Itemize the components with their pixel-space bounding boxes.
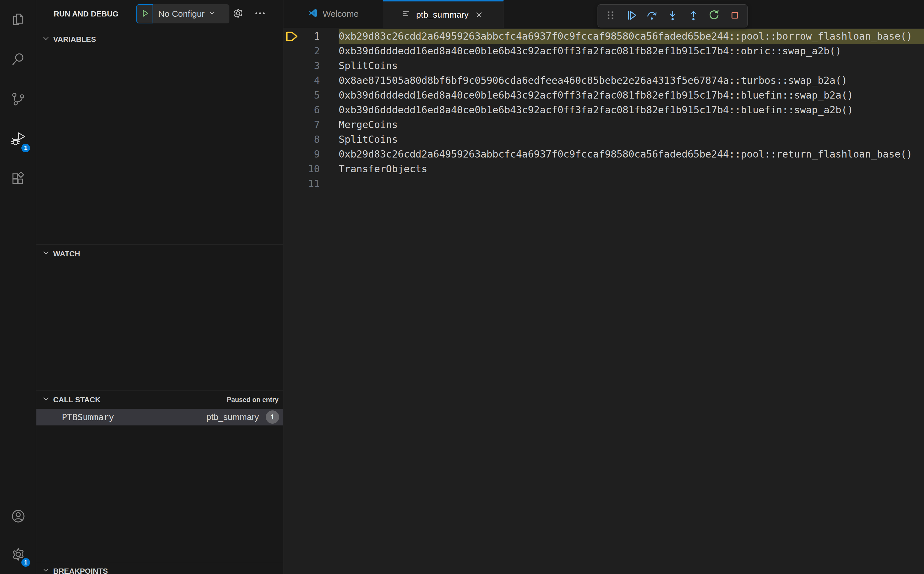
code-line[interactable]: 2 0xb39d6dddedd16ed8a40ce0b1e6b43c92acf0… <box>283 44 924 58</box>
line-number: 5 <box>314 88 320 102</box>
section-label: VARIABLES <box>53 35 96 44</box>
code-text: 0x8ae871505a80d8bf6bf9c05906cda6edfeea46… <box>338 73 924 88</box>
code-line[interactable]: 1 0xb29d83c26cdd2a64959263abbcfc4a6937f0… <box>283 29 924 44</box>
tab-label: Welcome <box>323 9 359 19</box>
line-number: 3 <box>314 58 320 73</box>
debug-badge: 1 <box>20 143 31 153</box>
gear-icon <box>232 7 244 21</box>
settings-badge: 1 <box>20 557 31 568</box>
activity-item-run-and-debug[interactable]: 1 <box>0 120 36 159</box>
watch-section-header[interactable]: WATCH <box>36 246 283 262</box>
code-editor[interactable]: 1 0xb29d83c26cdd2a64959263abbcfc4a6937f0… <box>283 28 924 574</box>
code-line[interactable]: 7 MergeCoins <box>283 117 924 132</box>
line-number: 8 <box>314 132 320 147</box>
chevron-down-icon <box>42 566 50 574</box>
step-into-button[interactable] <box>664 7 681 25</box>
gutter[interactable]: 8 <box>283 132 338 147</box>
section-divider <box>36 390 283 391</box>
code-line[interactable]: 11 <box>283 176 924 191</box>
debug-config-dropdown[interactable]: No Configur <box>153 4 230 24</box>
stop-button[interactable] <box>727 7 743 25</box>
code-line[interactable]: 5 0xb39d6dddedd16ed8a40ce0b1e6b43c92acf0… <box>283 88 924 102</box>
line-number: 7 <box>314 117 320 132</box>
sidebar-title: RUN AND DEBUG <box>54 0 118 28</box>
code-line[interactable]: 9 0xb29d83c26cdd2a64959263abbcfc4a6937f0… <box>283 147 924 162</box>
gutter[interactable]: 1 <box>283 29 338 44</box>
step-out-button[interactable] <box>685 7 702 25</box>
views-and-more-actions-button[interactable] <box>251 0 269 28</box>
frame-name: PTBSummary <box>62 412 114 422</box>
tab-welcome[interactable]: Welcome <box>283 0 383 28</box>
chevron-down-icon <box>42 249 50 259</box>
code-text: MergeCoins <box>338 117 924 132</box>
chevron-down-icon <box>208 9 216 19</box>
line-number: 11 <box>308 176 320 191</box>
debug-toolbar <box>598 4 748 27</box>
search-icon <box>10 51 27 69</box>
activity-item-search[interactable] <box>0 40 36 80</box>
list-icon <box>401 9 411 20</box>
continue-button[interactable] <box>623 7 639 25</box>
code-text: 0xb39d6dddedd16ed8a40ce0b1e6b43c92acf0ff… <box>338 102 924 117</box>
line-number: 9 <box>314 147 320 162</box>
run-and-debug-sidebar: RUN AND DEBUG No Configur VARIABLES WATC… <box>36 0 283 574</box>
restart-icon <box>707 9 721 23</box>
gutter[interactable]: 9 <box>283 147 338 162</box>
call-stack-section-header[interactable]: CALL STACK Paused on entry <box>36 392 283 408</box>
activity-item-explorer[interactable] <box>0 0 36 40</box>
code-text: 0xb39d6dddedd16ed8a40ce0b1e6b43c92acf0ff… <box>338 88 924 102</box>
gutter[interactable]: 11 <box>283 176 338 191</box>
code-text: 0xb29d83c26cdd2a64959263abbcfc4a6937f0c9… <box>338 147 924 162</box>
code-text <box>338 176 924 191</box>
line-number: 2 <box>314 44 320 58</box>
start-debugging-button[interactable] <box>136 4 153 24</box>
code-line[interactable]: 4 0x8ae871505a80d8bf6bf9c05906cda6edfeea… <box>283 73 924 88</box>
sidebar-header: RUN AND DEBUG No Configur <box>36 0 283 28</box>
vscode-logo-icon <box>308 8 318 20</box>
restart-button[interactable] <box>706 7 722 25</box>
open-launch-json-button[interactable] <box>230 0 247 28</box>
gutter[interactable]: 2 <box>283 44 338 58</box>
step-over-icon <box>645 9 658 23</box>
gutter[interactable]: 5 <box>283 88 338 102</box>
code-line[interactable]: 3 SplitCoins <box>283 58 924 73</box>
code-line[interactable]: 10 TransferObjects <box>283 162 924 176</box>
tab-label: ptb_summary <box>416 10 469 20</box>
variables-section-header[interactable]: VARIABLES <box>36 31 283 47</box>
chevron-down-icon <box>42 35 50 44</box>
gutter[interactable]: 3 <box>283 58 338 73</box>
gutter[interactable]: 4 <box>283 73 338 88</box>
files-icon <box>10 11 27 29</box>
gutter[interactable]: 10 <box>283 162 338 176</box>
activity-item-accounts[interactable] <box>0 498 36 536</box>
section-divider <box>36 562 283 562</box>
line-number: 10 <box>308 162 320 176</box>
code-text: 0xb39d6dddedd16ed8a40ce0b1e6b43c92acf0ff… <box>338 44 924 58</box>
step-out-icon <box>687 9 700 23</box>
activity-item-extensions[interactable] <box>0 159 36 199</box>
source-control-icon <box>10 91 27 109</box>
code-text: 0xb29d83c26cdd2a64959263abbcfc4a6937f0c9… <box>338 29 924 44</box>
gutter[interactable]: 6 <box>283 102 338 117</box>
line-number: 1 <box>314 29 320 44</box>
section-divider <box>36 244 283 244</box>
section-label: CALL STACK <box>53 395 101 404</box>
step-over-button[interactable] <box>644 7 660 25</box>
gripper-icon <box>604 9 617 23</box>
paused-status: Paused on entry <box>227 396 279 404</box>
code-text: TransferObjects <box>338 162 924 176</box>
tab-ptb-summary[interactable]: ptb_summary <box>383 0 504 28</box>
extensions-icon <box>10 170 27 188</box>
call-stack-frame[interactable]: PTBSummary ptb_summary 1 <box>36 409 283 426</box>
close-icon[interactable] <box>473 9 485 20</box>
code-line[interactable]: 8 SplitCoins <box>283 132 924 147</box>
activity-item-settings[interactable]: 1 <box>0 536 36 574</box>
activity-bar: 1 1 <box>0 0 36 574</box>
gutter[interactable]: 7 <box>283 117 338 132</box>
frame-source: ptb_summary <box>206 412 259 422</box>
step-into-icon <box>666 9 679 23</box>
toolbar-drag-handle[interactable] <box>603 7 619 25</box>
activity-item-source-control[interactable] <box>0 80 36 120</box>
code-line[interactable]: 6 0xb39d6dddedd16ed8a40ce0b1e6b43c92acf0… <box>283 102 924 117</box>
breakpoints-section-header[interactable]: BREAKPOINTS <box>36 563 283 574</box>
